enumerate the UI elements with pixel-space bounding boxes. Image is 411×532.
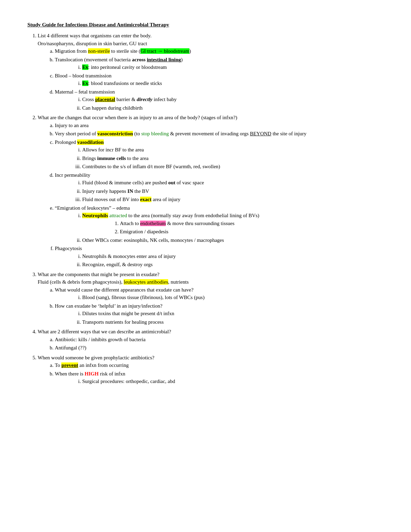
- sublist-2: Injury to an area Very short period of v…: [55, 122, 384, 269]
- list-item-1c: Blood – blood transmission Ex: blood tra…: [55, 72, 384, 87]
- list-item-1d: Maternal – fetal transmission Cross plac…: [55, 88, 384, 112]
- sublist-4: Antibiotic: kills / inhibits growth of b…: [55, 336, 384, 352]
- list-item-2e: “Emigration of leukocytes” – edema Neutr…: [55, 204, 384, 244]
- sublist-5: To prevent an infxn from occurring When …: [55, 361, 384, 385]
- list-item-3b: How can exudate be ‘helpful’ in an injur…: [55, 302, 384, 326]
- list-item-2: What are the changes that occur when the…: [38, 114, 384, 269]
- list-item-2c: Prolonged vasodilation Allows for incr B…: [55, 138, 384, 171]
- list-item-4: What are 2 different ways that we can de…: [38, 328, 384, 352]
- list-item-1: List 4 different ways that organisms can…: [38, 32, 384, 112]
- list-item-1b: Translocation (movement of bacteria acro…: [55, 56, 384, 71]
- list-item-3a: What would cause the different appearanc…: [55, 286, 384, 301]
- sublist-1: Migration from non-sterile to sterile si…: [55, 47, 384, 112]
- list-item-2d: Incr permeability Fluid (blood & immune …: [55, 171, 384, 203]
- list-item-1a: Migration from non-sterile to sterile si…: [55, 47, 384, 55]
- list-item-2f: Phagocytosis Neutrophils & monocytes ent…: [55, 245, 384, 269]
- list-item-5: When would someone be given prophylactic…: [38, 354, 384, 385]
- question-4: What are 2 different ways that we can de…: [38, 329, 171, 334]
- question-5: When would someone be given prophylactic…: [38, 355, 154, 360]
- question-1: List 4 different ways that organisms can…: [38, 33, 152, 38]
- question-2: What are the changes that occur when the…: [38, 115, 237, 120]
- intro-1: Oro/nasopharynx, disruption in skin barr…: [38, 41, 147, 46]
- page-title: Study Guide for Infectious Disease and A…: [27, 21, 384, 28]
- sublist-3: What would cause the different appearanc…: [55, 286, 384, 326]
- list-item-2b: Very short period of vasoconstriction (t…: [55, 130, 384, 138]
- list-item-2a: Injury to an area: [55, 122, 384, 129]
- main-list: List 4 different ways that organisms can…: [34, 32, 384, 385]
- question-3: What are the components that might be pr…: [38, 272, 159, 277]
- list-item-3: What are the components that might be pr…: [38, 271, 384, 326]
